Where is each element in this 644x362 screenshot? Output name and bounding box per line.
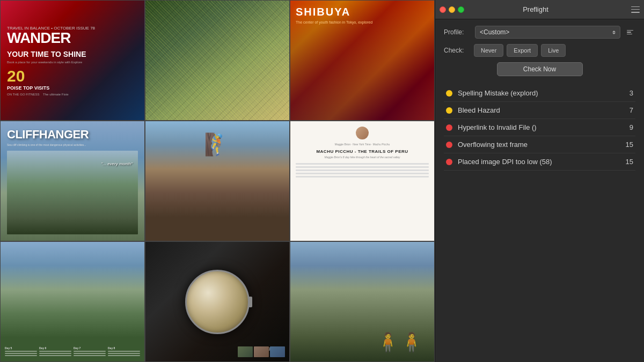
issue-text-4: Placed image DPI too low (58) xyxy=(458,158,623,166)
issues-list: Spelling Mistake (explord) 3 Bleed Hazar… xyxy=(444,85,635,171)
watch-thumb-2 xyxy=(254,346,269,357)
watch-face xyxy=(185,270,250,334)
issue-text-1: Bleed Hazard xyxy=(458,106,623,114)
wander-desc: Book a place for your weekends in style … xyxy=(7,61,82,64)
climber-icon: 🧗 xyxy=(204,132,231,157)
issue-count-3: 15 xyxy=(623,141,633,149)
issue-text-0: Spelling Mistake (explord) xyxy=(458,89,623,97)
issue-item-4[interactable]: Placed image DPI too low (58) 15 xyxy=(444,153,635,171)
check-export-button[interactable]: Export xyxy=(507,44,538,57)
issue-count-4: 15 xyxy=(623,158,633,166)
cliff-image: "... every month" xyxy=(7,151,138,234)
check-now-button[interactable]: Check Now xyxy=(497,62,583,76)
panel-menu-icon[interactable] xyxy=(631,6,640,13)
panel-content: Profile: <Custom> Check: Never Export Li… xyxy=(435,19,644,362)
page-shibuya[interactable]: SHIBUYA The center of youth fashion in T… xyxy=(290,0,435,121)
issue-count-1: 7 xyxy=(623,106,633,114)
arrow-up-icon xyxy=(612,31,616,32)
issue-dot-2 xyxy=(446,124,452,131)
issue-item-0[interactable]: Spelling Mistake (explord) 3 xyxy=(444,85,635,102)
day-7: Day 7 xyxy=(74,346,106,357)
cliff-quote: "... every month" xyxy=(101,161,133,166)
issue-text-2: Hyperlink to Invalid File () xyxy=(458,123,623,131)
page-wander[interactable]: TRAVEL IN BALANCE • OCTOBER ISSUE 78 wan… xyxy=(0,0,145,121)
issue-item-2[interactable]: Hyperlink to Invalid File () 9 xyxy=(444,119,635,136)
issue-count-0: 3 xyxy=(623,89,633,97)
profile-list-button[interactable] xyxy=(625,28,635,37)
watch-thumb-1 xyxy=(238,346,253,357)
profile-row: Profile: <Custom> xyxy=(444,26,635,39)
issue-dot-1 xyxy=(446,107,452,114)
wander-items: POISE TOP VISITS xyxy=(7,85,49,91)
issue-count-2: 9 xyxy=(623,123,633,131)
page-aerial[interactable] xyxy=(145,0,290,121)
wander-number: 20 xyxy=(7,67,25,85)
cliff-title: CLIFFHANGER xyxy=(7,128,138,142)
check-row: Check: Never Export Live xyxy=(444,44,635,57)
shibuya-sub: The center of youth fashion in Tokyo, ex… xyxy=(296,20,429,24)
machu-title: MACHU PICCHU - THE TRAILS OF PERU xyxy=(296,149,429,154)
author-avatar xyxy=(356,127,369,139)
page-cliffhanger[interactable]: CLIFFHANGER Sea cliff climbing is one of… xyxy=(0,121,145,241)
day-6-label: Day 6 xyxy=(39,346,71,350)
page-hikers[interactable]: 🧍🧍 xyxy=(290,241,435,362)
wander-bottom: ON THE GO FITNESS The ultimate Fixie xyxy=(7,93,68,96)
issue-dot-3 xyxy=(446,142,452,148)
machu-subtitle: Maggie Brion's 8 day hike through the he… xyxy=(296,156,429,159)
profile-arrow xyxy=(612,31,616,34)
wander-title: wander xyxy=(7,31,70,46)
day-7-label: Day 7 xyxy=(74,346,106,350)
page-climbing[interactable]: 🧗 xyxy=(145,121,290,241)
profile-select[interactable]: <Custom> xyxy=(475,26,620,39)
page-landscape[interactable]: Day 5 Day 6 Day 7 Day 8 xyxy=(0,241,145,362)
watch-thumb-3 xyxy=(270,346,285,357)
day-6: Day 6 xyxy=(39,346,71,357)
day-8-label: Day 8 xyxy=(108,346,140,350)
panel-title: Preflight xyxy=(440,5,631,13)
issue-dot-4 xyxy=(446,159,452,165)
watch-thumbnails xyxy=(238,346,285,357)
profile-label: Profile: xyxy=(444,28,471,36)
issue-item-3[interactable]: Overflowing text frame 15 xyxy=(444,136,635,153)
check-live-button[interactable]: Live xyxy=(541,44,566,57)
arrow-down-icon xyxy=(612,33,616,34)
landscape-body xyxy=(5,246,140,346)
magazine-canvas: TRAVEL IN BALANCE • OCTOBER ISSUE 78 wan… xyxy=(0,0,435,362)
issue-item-1[interactable]: Bleed Hazard 7 xyxy=(444,102,635,119)
watch-crown xyxy=(248,297,252,307)
panel-titlebar: Preflight xyxy=(435,0,644,19)
issue-dot-0 xyxy=(446,90,452,97)
cliff-sub: Sea cliff climbing is one of the most da… xyxy=(7,143,138,146)
day-5: Day 5 xyxy=(5,346,37,357)
issue-text-3: Overflowing text frame xyxy=(458,141,623,149)
preflight-panel: Preflight Profile: <Custom> Check: Never xyxy=(435,0,644,362)
wander-tagline: YOUR TIME TO SHINE xyxy=(7,50,86,59)
machu-body xyxy=(296,163,429,179)
author-name: Maggie Brion · New York Time · Machu Pic… xyxy=(296,143,429,146)
page-machu[interactable]: Maggie Brion · New York Time · Machu Pic… xyxy=(290,121,435,241)
profile-value: <Custom> xyxy=(480,28,509,36)
check-now-row: Check Now xyxy=(444,62,635,76)
check-label: Check: xyxy=(444,47,471,54)
shibuya-title: SHIBUYA xyxy=(296,6,429,18)
day-8: Day 8 xyxy=(108,346,140,357)
hikers-icon: 🧍🧍 xyxy=(376,331,423,353)
landscape-days: Day 5 Day 6 Day 7 Day 8 xyxy=(5,346,140,357)
check-never-button[interactable]: Never xyxy=(474,44,503,57)
page-watch[interactable]: engelgeer xyxy=(145,241,290,362)
day-5-label: Day 5 xyxy=(5,346,37,350)
